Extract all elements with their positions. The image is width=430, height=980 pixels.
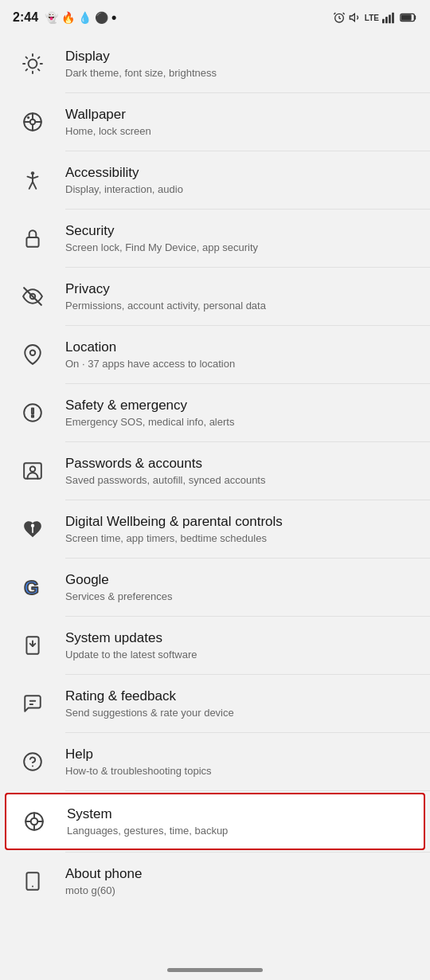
settings-item-google[interactable]: G Google Services & preferences — [0, 559, 430, 616]
wallpaper-subtitle: Home, lock screen — [65, 125, 414, 139]
privacy-icon — [16, 280, 49, 313]
lte-icon: LTE — [365, 14, 379, 22]
system-updates-subtitle: Update to the latest software — [65, 649, 414, 662]
about-icon — [16, 864, 49, 898]
settings-item-display[interactable]: Display Dark theme, font size, brightnes… — [0, 35, 430, 92]
help-text: Help How-to & troubleshooting topics — [65, 746, 414, 778]
settings-item-system[interactable]: System Languages, gestures, time, backup — [5, 793, 425, 850]
about-text: About phone moto g(60) — [65, 865, 414, 898]
settings-item-security[interactable]: Security Screen lock, Find My Device, ap… — [0, 210, 430, 267]
settings-item-passwords[interactable]: Passwords & accounts Saved passwords, au… — [0, 442, 430, 500]
location-subtitle: On · 37 apps have access to location — [65, 358, 414, 371]
settings-item-rating[interactable]: Rating & feedback Send suggestions & rat… — [0, 675, 430, 732]
passwords-title: Passwords & accounts — [65, 455, 414, 472]
security-icon — [16, 221, 49, 255]
settings-item-accessibility[interactable]: Accessibility Display, interaction, audi… — [0, 151, 430, 209]
display-text: Display Dark theme, font size, brightnes… — [65, 48, 414, 80]
svg-point-44 — [31, 818, 38, 825]
about-title: About phone — [65, 865, 414, 883]
settings-item-wellbeing[interactable]: Digital Wellbeing & parental controls Sc… — [0, 500, 430, 558]
wellbeing-subtitle: Screen time, app timers, bedtime schedul… — [65, 532, 414, 546]
svg-rect-9 — [401, 14, 412, 20]
signal-icon — [382, 11, 397, 24]
safety-title: Safety & emergency — [65, 397, 414, 414]
svg-line-13 — [26, 57, 28, 59]
passwords-subtitle: Saved passwords, autofill, synced accoun… — [65, 474, 414, 488]
settings-item-privacy[interactable]: Privacy Permissions, account activity, p… — [0, 268, 430, 325]
svg-rect-28 — [26, 237, 38, 247]
battery-icon — [400, 12, 417, 23]
svg-line-30 — [24, 288, 41, 305]
location-icon — [16, 338, 49, 371]
passwords-text: Passwords & accounts Saved passwords, au… — [65, 455, 414, 488]
system-text: System Languages, gestures, time, backup — [67, 806, 412, 838]
accessibility-icon — [16, 163, 49, 197]
google-text: Google Services & preferences — [65, 571, 414, 604]
display-subtitle: Dark theme, font size, brightness — [65, 67, 414, 80]
settings-item-about[interactable]: About phone moto g(60) — [0, 853, 430, 910]
google-subtitle: Services & preferences — [65, 590, 414, 604]
settings-item-wallpaper[interactable]: Wallpaper Home, lock screen — [0, 93, 430, 151]
accessibility-text: Accessibility Display, interaction, audi… — [65, 164, 414, 197]
wellbeing-icon — [16, 512, 49, 546]
safety-subtitle: Emergency SOS, medical info, alerts — [65, 416, 414, 429]
svg-text:G: G — [24, 577, 39, 598]
settings-item-system-updates[interactable]: System updates Update to the latest soft… — [0, 617, 430, 674]
rating-text: Rating & feedback Send suggestions & rat… — [65, 688, 414, 720]
wallpaper-text: Wallpaper Home, lock screen — [65, 106, 414, 139]
fire-icon: 🔥 — [61, 11, 75, 24]
system-subtitle: Languages, gestures, time, backup — [67, 825, 412, 838]
security-subtitle: Screen lock, Find My Device, app securit… — [65, 241, 414, 255]
svg-line-18 — [38, 57, 40, 59]
system-title: System — [67, 806, 412, 823]
svg-point-25 — [27, 116, 29, 119]
rating-icon — [16, 687, 49, 720]
google-icon: G — [16, 570, 49, 604]
location-title: Location — [65, 339, 414, 356]
accessibility-subtitle: Display, interaction, audio — [65, 183, 414, 197]
wellbeing-title: Digital Wellbeing & parental controls — [65, 513, 414, 531]
help-subtitle: How-to & troubleshooting topics — [65, 765, 414, 778]
help-title: Help — [65, 746, 414, 763]
system-updates-text: System updates Update to the latest soft… — [65, 629, 414, 662]
svg-point-31 — [30, 351, 36, 356]
alarm-icon — [333, 11, 346, 24]
svg-rect-5 — [385, 17, 388, 23]
dot-icon: • — [111, 10, 116, 25]
svg-rect-7 — [392, 13, 394, 24]
snapchat-icon: 👻 — [45, 11, 58, 24]
display-title: Display — [65, 48, 414, 65]
rating-subtitle: Send suggestions & rate your device — [65, 707, 414, 720]
passwords-icon — [16, 454, 49, 488]
wellbeing-text: Digital Wellbeing & parental controls Sc… — [65, 513, 414, 546]
safety-icon — [16, 396, 49, 429]
wallpaper-title: Wallpaper — [65, 106, 414, 123]
settings-item-safety[interactable]: Safety & emergency Emergency SOS, medica… — [0, 384, 430, 441]
settings-item-help[interactable]: Help How-to & troubleshooting topics — [0, 733, 430, 790]
settings-item-location[interactable]: Location On · 37 apps have access to loc… — [0, 326, 430, 383]
google-title: Google — [65, 571, 414, 589]
rating-title: Rating & feedback — [65, 688, 414, 705]
status-right: LTE — [333, 11, 417, 24]
circle-icon: ⚫ — [95, 11, 108, 24]
bottom-home-pill — [167, 968, 263, 972]
svg-point-33 — [30, 467, 36, 472]
privacy-title: Privacy — [65, 280, 414, 298]
svg-point-41 — [24, 753, 41, 770]
system-updates-icon — [16, 629, 49, 662]
svg-point-10 — [29, 60, 37, 69]
wallpaper-icon — [16, 105, 49, 139]
safety-text: Safety & emergency Emergency SOS, medica… — [65, 397, 414, 429]
security-title: Security — [65, 222, 414, 240]
status-left: 2:44 👻 🔥 💧 ⚫ • — [13, 10, 116, 25]
svg-marker-3 — [350, 14, 354, 21]
status-bar: 2:44 👻 🔥 💧 ⚫ • LTE — [0, 0, 430, 32]
svg-line-14 — [38, 69, 40, 71]
security-text: Security Screen lock, Find My Device, ap… — [65, 222, 414, 255]
svg-rect-32 — [24, 463, 41, 479]
svg-line-17 — [26, 69, 28, 71]
system-icon — [18, 805, 51, 838]
location-text: Location On · 37 apps have access to loc… — [65, 339, 414, 371]
bottom-navigation-bar — [0, 960, 430, 980]
status-app-icons: 👻 🔥 💧 ⚫ • — [45, 10, 116, 25]
